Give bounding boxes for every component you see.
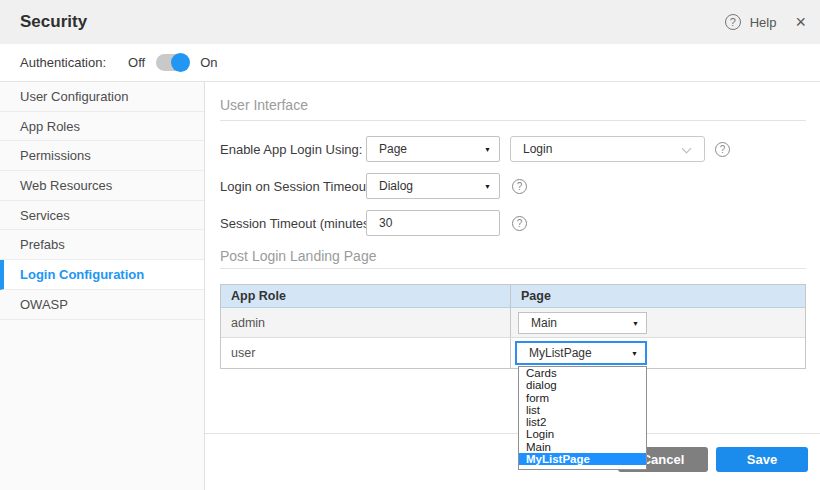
dropdown-option-list[interactable]: list bbox=[519, 404, 646, 416]
help-icon[interactable]: ? bbox=[512, 216, 527, 231]
session-timeout-input[interactable] bbox=[366, 210, 500, 236]
security-page: Security ? Help × Authentication: Off On… bbox=[0, 0, 820, 490]
login-type-value: Page bbox=[379, 142, 407, 156]
admin-page-value: Main bbox=[531, 316, 557, 330]
toggle-on-label: On bbox=[200, 55, 217, 70]
help-icon[interactable]: ? bbox=[725, 14, 741, 30]
enable-app-login-label: Enable App Login Using: bbox=[220, 136, 362, 162]
sidebar-item-services[interactable]: Services bbox=[0, 201, 204, 231]
session-timeout-type-value: Dialog bbox=[379, 179, 413, 193]
user-page-select[interactable]: MyListPage ▼ bbox=[515, 341, 647, 365]
login-page-value: Login bbox=[523, 142, 552, 156]
section-title-user-interface: User Interface bbox=[220, 97, 308, 113]
header-actions: ? Help × bbox=[725, 0, 806, 44]
session-timeout-type-select[interactable]: Dialog ▼ bbox=[366, 173, 500, 199]
section-divider bbox=[220, 268, 806, 269]
save-button[interactable]: Save bbox=[716, 447, 808, 472]
authentication-label: Authentication: bbox=[20, 55, 106, 70]
dropdown-option-list2[interactable]: list2 bbox=[519, 416, 646, 428]
login-type-select[interactable]: Page ▼ bbox=[366, 136, 500, 162]
page-dropdown-list: Cards dialog form list list2 Login Main … bbox=[518, 366, 647, 470]
dropdown-option-cards[interactable]: Cards bbox=[519, 367, 646, 379]
post-login-table: App Role Page admin Main ▼ user MyListPa… bbox=[220, 284, 806, 369]
table-header-row: App Role Page bbox=[221, 285, 805, 308]
table-row: user MyListPage ▼ bbox=[221, 338, 805, 368]
page-cell: Main ▼ bbox=[511, 308, 805, 337]
table-header-page: Page bbox=[511, 285, 805, 307]
sidebar-item-login-configuration[interactable]: Login Configuration bbox=[0, 260, 204, 290]
dropdown-option-mylistpage[interactable]: MyListPage bbox=[519, 453, 646, 465]
sidebar-item-prefabs[interactable]: Prefabs bbox=[0, 230, 204, 260]
sidebar-item-web-resources[interactable]: Web Resources bbox=[0, 171, 204, 201]
caret-down-icon: ▼ bbox=[632, 320, 639, 327]
chevron-down-icon bbox=[682, 144, 692, 154]
table-header-app-role: App Role bbox=[221, 285, 511, 307]
app-role-cell: admin bbox=[221, 308, 511, 337]
help-icon[interactable]: ? bbox=[512, 179, 527, 194]
toggle-off-label: Off bbox=[128, 55, 145, 70]
settings-sidebar: User Configuration App Roles Permissions… bbox=[0, 82, 205, 490]
page-cell: MyListPage ▼ bbox=[511, 338, 805, 368]
dropdown-option-main[interactable]: Main bbox=[519, 441, 646, 453]
authentication-bar: Authentication: Off On bbox=[0, 44, 820, 82]
help-icon[interactable]: ? bbox=[715, 142, 730, 157]
session-timeout-minutes-label: Session Timeout (minutes): bbox=[220, 210, 378, 236]
page-title: Security bbox=[20, 12, 87, 32]
footer-divider bbox=[205, 433, 820, 434]
caret-down-icon: ▼ bbox=[484, 146, 491, 153]
user-page-value: MyListPage bbox=[529, 346, 592, 360]
dropdown-option-dialog[interactable]: dialog bbox=[519, 379, 646, 391]
toggle-knob bbox=[171, 53, 190, 72]
sidebar-item-user-configuration[interactable]: User Configuration bbox=[0, 82, 204, 112]
sidebar-item-app-roles[interactable]: App Roles bbox=[0, 112, 204, 142]
dropdown-option-form[interactable]: form bbox=[519, 392, 646, 404]
page-header: Security ? Help × bbox=[0, 0, 820, 44]
caret-down-icon: ▼ bbox=[631, 350, 638, 357]
session-timeout-login-label: Login on Session Timeout: bbox=[220, 173, 373, 199]
admin-page-select[interactable]: Main ▼ bbox=[518, 312, 647, 334]
sidebar-item-permissions[interactable]: Permissions bbox=[0, 141, 204, 171]
close-icon[interactable]: × bbox=[795, 13, 806, 31]
authentication-toggle[interactable] bbox=[156, 54, 189, 71]
section-divider bbox=[220, 120, 806, 121]
table-row: admin Main ▼ bbox=[221, 308, 805, 338]
login-page-select[interactable]: Login bbox=[510, 136, 705, 162]
section-title-post-login: Post Login Landing Page bbox=[220, 248, 376, 264]
help-link[interactable]: Help bbox=[750, 15, 777, 30]
dropdown-option-login[interactable]: Login bbox=[519, 428, 646, 440]
sidebar-item-owasp[interactable]: OWASP bbox=[0, 290, 204, 320]
app-role-cell: user bbox=[221, 338, 511, 368]
caret-down-icon: ▼ bbox=[484, 183, 491, 190]
